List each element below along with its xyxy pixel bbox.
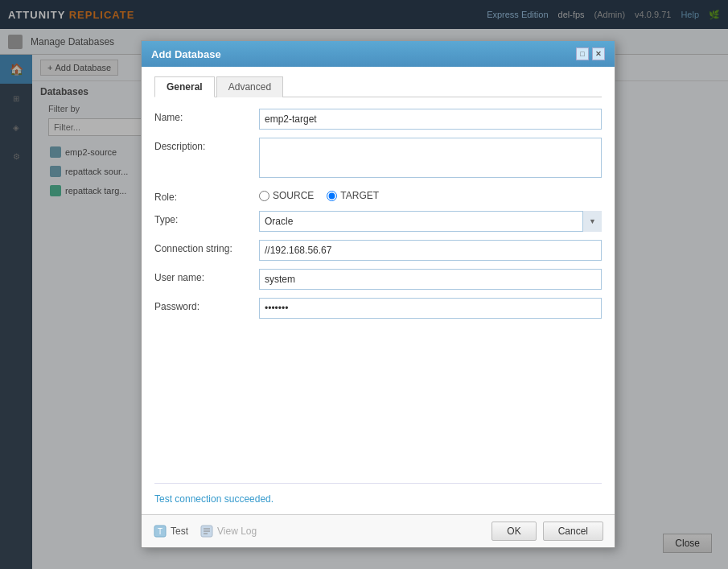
- password-label: Password:: [154, 298, 259, 312]
- username-input[interactable]: [259, 269, 602, 290]
- description-label: Description:: [154, 138, 259, 152]
- name-input[interactable]: [259, 109, 602, 130]
- test-label: Test: [171, 526, 188, 537]
- type-select-wrapper: Oracle SQL Server MySQL PostgreSQL ▼: [259, 211, 602, 232]
- form-row-password: Password:: [154, 298, 602, 319]
- test-connection-message: Test connection succeeded.: [154, 493, 602, 505]
- form-row-username: User name:: [154, 269, 602, 290]
- radio-source[interactable]: [259, 191, 269, 201]
- radio-source-option[interactable]: SOURCE: [259, 190, 314, 201]
- view-log-label: View Log: [217, 526, 257, 537]
- radio-source-label: SOURCE: [273, 190, 314, 201]
- description-input[interactable]: [259, 138, 602, 178]
- username-field-wrapper: [259, 269, 602, 290]
- dialog-close-button[interactable]: ✕: [592, 47, 605, 60]
- description-field-wrapper: [259, 138, 602, 180]
- password-field-wrapper: [259, 298, 602, 319]
- test-action[interactable]: T Test: [153, 524, 188, 538]
- form-row-role: Role: SOURCE TARGET: [154, 188, 602, 203]
- dialog-body: General Advanced Name: Description: Role…: [142, 67, 615, 514]
- viewlog-icon: [199, 524, 214, 538]
- tab-advanced[interactable]: Advanced: [216, 76, 283, 97]
- test-icon: T: [153, 524, 167, 538]
- username-label: User name:: [154, 269, 259, 283]
- view-log-action[interactable]: View Log: [199, 524, 257, 538]
- connection-field-wrapper: [259, 240, 602, 261]
- tab-bar: General Advanced: [154, 76, 602, 97]
- svg-text:T: T: [158, 527, 162, 536]
- type-label: Type:: [154, 211, 259, 225]
- role-radio-group: SOURCE TARGET: [259, 188, 602, 201]
- maximize-button[interactable]: □: [576, 47, 589, 60]
- dialog-titlebar: Add Database □ ✕: [142, 41, 615, 67]
- maximize-icon: □: [580, 50, 584, 58]
- close-icon: ✕: [595, 50, 602, 58]
- radio-target-option[interactable]: TARGET: [327, 190, 379, 201]
- add-database-dialog: Add Database □ ✕ General Advanced Name: …: [141, 40, 615, 548]
- dialog-footer: T Test View Log OK Cancel: [142, 514, 615, 547]
- role-field-wrapper: SOURCE TARGET: [259, 188, 602, 201]
- titlebar-controls: □ ✕: [576, 47, 605, 60]
- password-input[interactable]: [259, 298, 602, 319]
- name-field-wrapper: [259, 109, 602, 130]
- dialog-title: Add Database: [151, 48, 221, 60]
- radio-target[interactable]: [327, 191, 337, 201]
- radio-target-label: TARGET: [340, 190, 379, 201]
- form-divider: [154, 483, 602, 484]
- footer-buttons: OK Cancel: [492, 522, 603, 541]
- name-label: Name:: [154, 109, 259, 123]
- connection-string-input[interactable]: [259, 240, 602, 261]
- form-row-connection: Connection string:: [154, 240, 602, 261]
- form-spacer: [154, 327, 602, 472]
- tab-general[interactable]: General: [154, 76, 215, 97]
- cancel-button[interactable]: Cancel: [543, 522, 603, 541]
- footer-left-actions: T Test View Log: [153, 524, 257, 538]
- type-field-wrapper: Oracle SQL Server MySQL PostgreSQL ▼: [259, 211, 602, 232]
- connection-string-label: Connection string:: [154, 240, 259, 254]
- ok-button[interactable]: OK: [492, 522, 536, 541]
- form-row-name: Name:: [154, 109, 602, 130]
- form-row-description: Description:: [154, 138, 602, 180]
- type-select[interactable]: Oracle SQL Server MySQL PostgreSQL: [259, 211, 602, 232]
- form-row-type: Type: Oracle SQL Server MySQL PostgreSQL…: [154, 211, 602, 232]
- role-label: Role:: [154, 188, 259, 203]
